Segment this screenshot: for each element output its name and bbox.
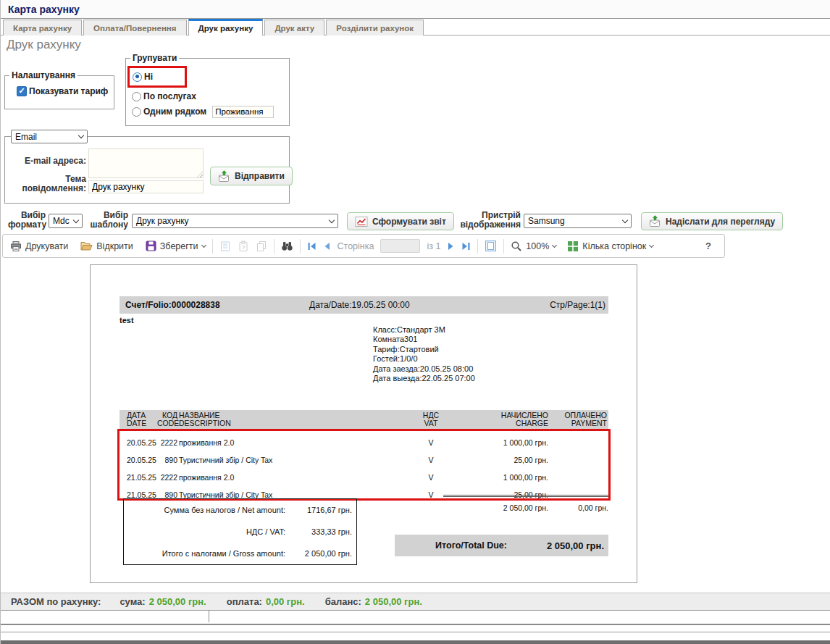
open-folder-icon — [80, 241, 93, 251]
zoom-value: 100% — [526, 241, 549, 251]
help-button[interactable]: ? — [705, 241, 711, 251]
detail-checkout: Дата выезда:22.05.25 07:00 — [373, 374, 475, 383]
clipboard-help-button[interactable]: ? — [238, 241, 249, 252]
document-properties-button[interactable] — [219, 241, 231, 252]
send-for-preview-button[interactable]: Надіслати для перегляду — [641, 212, 783, 230]
vat-label: НДС / VAT: — [128, 527, 285, 536]
binoculars-icon — [281, 241, 293, 251]
single-line-text-input[interactable] — [212, 106, 274, 118]
document-lines-icon — [219, 241, 231, 252]
format-value: Mdc — [53, 216, 70, 226]
table-row: 20.05.25890 Туристичний збір / City TaxV… — [120, 451, 608, 469]
tab-print-act[interactable]: Друк акту — [264, 20, 324, 35]
previous-page-button[interactable] — [323, 242, 331, 251]
email-groupbox: Email E-mail адреса: Тема повідомлення: … — [4, 136, 290, 204]
summary-title: РАЗОМ по рахунку: — [11, 596, 101, 607]
email-address-input[interactable] — [88, 149, 204, 178]
detail-checkin: Дата заезда:20.05.25 08:00 — [373, 364, 475, 374]
save-label: Зберегти — [160, 241, 198, 251]
paid-label: оплата: — [227, 596, 262, 607]
col-date: ДАТАDATE — [127, 411, 157, 428]
invoice-page-number: Стр/Page:1(1) — [550, 300, 605, 310]
total-due-value: 2 050,00 грн. — [527, 540, 608, 551]
window-title: Карта рахунку — [8, 4, 80, 15]
display-device-select[interactable]: Samsung — [524, 214, 632, 228]
chevron-down-icon — [329, 217, 335, 222]
net-amount-row: Сумма без налогов / Net amount: 1716,67 … — [128, 506, 352, 514]
open-button[interactable]: Відкрити — [80, 241, 133, 251]
send-button[interactable]: Відправити — [210, 167, 293, 185]
gross-amount-row: Итого с налогами / Gross amount: 2 050,0… — [128, 549, 352, 558]
page-layout-button[interactable] — [485, 240, 497, 252]
template-value: Друк рахунку — [136, 216, 189, 226]
subject-input[interactable] — [88, 180, 204, 193]
invoice-preview-page: Счет/Folio:0000028838 Дата/Date:19.05.25… — [90, 264, 637, 583]
grouping-option-by-services[interactable]: По послугах — [132, 90, 289, 103]
subject-label: Тема повідомлення: — [7, 175, 86, 193]
invoice-table-header: ДАТАDATE КОДCODE НАЗВАНИЕDESCRIPTION НДС… — [120, 410, 608, 429]
display-device-label: Пристрій відображення — [450, 211, 521, 230]
page-count-label: із 1 — [427, 241, 440, 251]
window-titlebar: Карта рахунку — [1, 0, 830, 19]
vat-row: НДС / VAT: 333,33 грн. — [128, 527, 352, 536]
copy-pages-button[interactable] — [256, 241, 267, 252]
window-bottom-edge — [1, 640, 830, 644]
col-vat: НДСVAT — [409, 411, 453, 428]
payment-column-total: 0,00 грн. — [550, 503, 608, 512]
next-page-button[interactable] — [447, 242, 455, 251]
grouping-legend: Групувати — [130, 53, 179, 63]
table-row: 21.05.252222 проживання 2.0V 1 000,00 гр… — [120, 469, 608, 486]
settings-groupbox: Налаштування Показувати тариф — [4, 70, 114, 109]
splitter-tick — [209, 611, 209, 622]
balance-label: баланс: — [325, 596, 361, 607]
chevron-down-icon — [552, 243, 557, 248]
charge-column-total: 2 050,00 грн. — [453, 503, 548, 512]
magnifier-icon — [511, 241, 522, 252]
radio-single-line-label: Одним рядком — [143, 106, 206, 117]
page-title: Друк рахунку — [7, 38, 81, 52]
toolbar-separator — [212, 239, 213, 254]
find-button[interactable] — [281, 241, 293, 251]
tab-payment-refund[interactable]: Оплата/Повернення — [83, 20, 186, 35]
first-page-button[interactable] — [307, 242, 317, 251]
tab-account-card[interactable]: Карта рахунку — [3, 20, 82, 35]
template-select[interactable]: Друк рахунку — [132, 214, 338, 228]
send-for-preview-label: Надіслати для перегляду — [666, 217, 775, 227]
page-number-input[interactable] — [380, 239, 420, 253]
generate-report-button[interactable]: Сформувати звіт — [347, 212, 454, 230]
print-button[interactable]: Друкувати — [10, 241, 68, 252]
previous-page-icon — [323, 242, 331, 251]
show-tariff-checkbox[interactable] — [17, 86, 27, 96]
save-button[interactable]: Зберегти — [146, 241, 206, 251]
grouping-option-no[interactable]: Ні — [133, 70, 182, 83]
chart-icon — [355, 216, 368, 227]
tax-summary-box: Сумма без налогов / Net amount: 1716,67 … — [123, 498, 357, 565]
radio-single-line[interactable] — [132, 107, 141, 117]
detail-tariff: Тариф:Стартовий — [373, 345, 475, 354]
grouping-option-single-line[interactable]: Одним рядком — [132, 105, 289, 118]
tab-split-invoice[interactable]: Розділити рахунок — [326, 20, 424, 35]
vat-value: 333,33 грн. — [285, 527, 352, 536]
send-type-select[interactable]: Email — [11, 130, 88, 143]
radio-no[interactable] — [133, 72, 142, 82]
format-select[interactable]: Mdc — [49, 214, 83, 228]
show-tariff-option[interactable]: Показувати тариф — [17, 86, 114, 96]
send-type-value: Email — [15, 132, 37, 142]
zoom-control[interactable]: 100% — [511, 241, 556, 252]
sum-label: сума: — [120, 596, 145, 607]
tab-print-invoice[interactable]: Друк рахунку — [188, 19, 264, 35]
multi-page-label: Кілька сторінок — [582, 241, 646, 251]
radio-by-services[interactable] — [132, 92, 141, 101]
page-label: Сторінка — [338, 241, 374, 251]
svg-text:?: ? — [242, 244, 246, 251]
floppy-disk-icon — [146, 241, 156, 251]
device-value: Samsung — [528, 216, 565, 226]
balance-value: 2 050,00 грн. — [365, 596, 422, 607]
table-row: 20.05.252222 проживання 2.0V 1 000,00 гр… — [120, 434, 608, 451]
last-page-button[interactable] — [461, 242, 471, 251]
chevron-down-icon — [622, 217, 628, 222]
report-toolbar: Друкувати Відкрити Зберегти — [2, 234, 725, 258]
multi-page-control[interactable]: Кілька сторінок — [567, 241, 653, 252]
radio-no-label: Ні — [144, 72, 153, 82]
settings-legend: Налаштування — [9, 70, 77, 80]
